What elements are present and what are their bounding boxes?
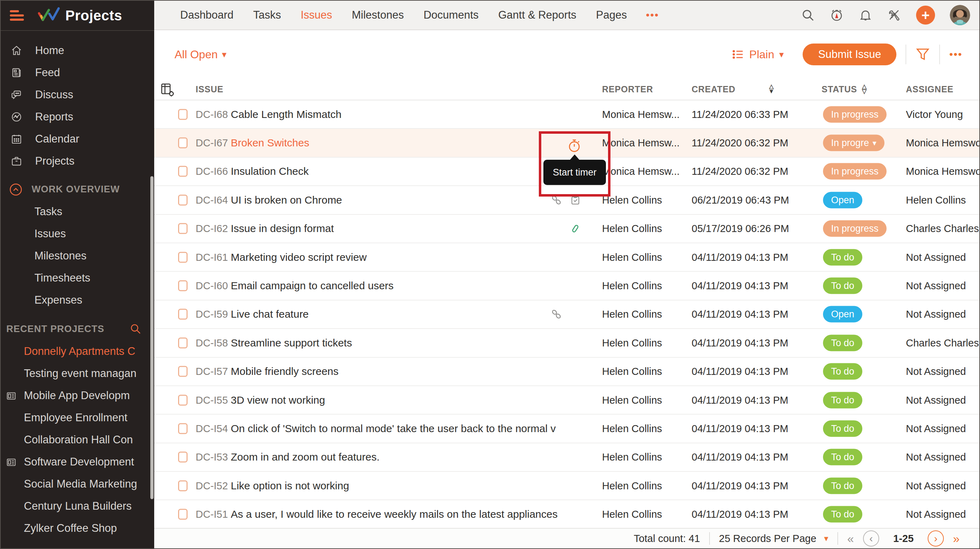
issue-title-link[interactable]: Mobile friendly screens — [231, 365, 339, 378]
sidebar-project-item[interactable]: Mobile App Developm — [1, 384, 154, 406]
row-checkbox[interactable] — [178, 252, 188, 263]
row-checkbox[interactable] — [178, 480, 188, 491]
sidebar-item[interactable]: Feed — [1, 62, 154, 84]
sidebar-project-item[interactable]: Collaboration Hall Con — [1, 428, 154, 451]
sidebar-project-item[interactable]: Donnelly Apartments C — [1, 340, 154, 362]
timer-icon[interactable] — [830, 8, 844, 22]
table-row[interactable]: DC-I59 Live chat feature Helen Collins 0… — [154, 300, 979, 329]
issue-title-link[interactable]: Zoom in and zoom out features. — [231, 451, 380, 463]
row-checkbox[interactable] — [178, 395, 188, 405]
hamburger-menu-icon[interactable] — [10, 10, 26, 21]
column-assignee[interactable]: ASSIGNEE — [906, 78, 954, 100]
status-badge[interactable]: To do — [823, 363, 862, 380]
sidebar-scrollbar[interactable] — [150, 176, 153, 499]
nav-tab[interactable]: Dashboard — [180, 9, 234, 21]
nav-tab[interactable]: Tasks — [253, 9, 281, 21]
issue-title-link[interactable]: Email campaign to cancelled users — [231, 280, 394, 292]
avatar[interactable] — [950, 5, 970, 25]
status-badge[interactable]: To do — [823, 392, 862, 408]
issue-title-link[interactable]: 3D view not working — [231, 394, 325, 406]
row-checkbox[interactable] — [178, 223, 188, 234]
table-row[interactable]: DC-I57 Mobile friendly screens Helen Col… — [154, 358, 979, 386]
row-checkbox[interactable] — [178, 194, 188, 205]
prev-page-icon[interactable]: ‹ — [863, 530, 879, 547]
sidebar-work-item[interactable]: Issues — [1, 222, 154, 245]
green-link-icon[interactable] — [570, 222, 581, 235]
nav-tab[interactable]: Milestones — [352, 9, 404, 21]
status-badge[interactable]: To do — [823, 420, 862, 437]
nav-tab[interactable]: Pages — [596, 9, 627, 21]
sidebar-project-item[interactable]: Testing event managan — [1, 362, 154, 384]
sidebar-item[interactable]: Discuss — [1, 84, 154, 106]
column-issue[interactable]: ISSUE — [196, 78, 223, 100]
table-row[interactable]: DC-I68 Cable Length Mismatch Monica Hems… — [154, 100, 979, 129]
stopwatch-icon[interactable] — [566, 138, 582, 154]
status-badge[interactable]: In progress — [823, 106, 886, 122]
add-icon[interactable]: + — [916, 6, 935, 25]
section-work-overview[interactable]: WORK OVERVIEW — [1, 178, 154, 200]
status-badge[interactable]: To do — [823, 449, 862, 465]
row-checkbox[interactable] — [178, 509, 188, 520]
issue-title-link[interactable]: Broken Switches — [231, 137, 309, 149]
issue-title-link[interactable]: Issue in design format — [231, 222, 334, 235]
row-checkbox[interactable] — [178, 337, 188, 348]
sidebar-item[interactable]: Projects — [1, 150, 154, 172]
submit-issue-button[interactable]: Submit Issue — [803, 43, 896, 65]
nav-tab[interactable]: Documents — [423, 9, 479, 21]
nav-tab[interactable]: Gantt & Reports — [498, 9, 576, 21]
row-checkbox[interactable] — [178, 452, 188, 463]
view-mode-dropdown[interactable]: Plain ▾ — [732, 48, 784, 61]
bell-icon[interactable] — [859, 8, 872, 22]
status-badge[interactable]: To do — [823, 478, 862, 494]
row-checkbox[interactable] — [178, 109, 188, 120]
sidebar-project-item[interactable]: Social Media Marketing — [1, 473, 154, 495]
table-row[interactable]: DC-I62 Issue in design format Helen Coll… — [154, 215, 979, 243]
sort-icon[interactable]: △▽ — [862, 84, 867, 94]
tools-icon[interactable] — [887, 8, 901, 22]
next-page-icon[interactable]: › — [928, 530, 944, 547]
row-checkbox[interactable] — [178, 423, 188, 434]
last-page-icon[interactable]: » — [953, 533, 959, 544]
table-row[interactable]: DC-I60 Email campaign to cancelled users… — [154, 272, 979, 300]
link-icon[interactable] — [550, 308, 562, 320]
search-icon[interactable] — [130, 323, 142, 335]
issue-title-link[interactable]: On click of 'Switch to normal mode' take… — [231, 423, 556, 435]
issue-title-link[interactable]: Insulation Check — [231, 165, 309, 177]
issue-title-link[interactable]: As a user, I would like to receive weekl… — [231, 508, 557, 520]
status-badge[interactable]: To do — [823, 335, 862, 351]
table-row[interactable]: DC-I53 Zoom in and zoom out features. He… — [154, 443, 979, 472]
sidebar-work-item[interactable]: Timesheets — [1, 267, 154, 289]
issue-title-link[interactable]: Streamline support tickets — [231, 337, 352, 349]
filter-icon[interactable] — [915, 47, 930, 62]
row-checkbox[interactable] — [178, 281, 188, 291]
column-status[interactable]: STATUS △▽ — [822, 78, 867, 100]
sidebar-project-item[interactable]: Employee Enrollment — [1, 406, 154, 428]
column-reporter[interactable]: REPORTER — [602, 78, 653, 100]
status-badge[interactable]: Open — [823, 306, 862, 322]
sidebar-work-item[interactable]: Expenses — [1, 289, 154, 311]
table-row[interactable]: DC-I55 3D view not working Helen Collins… — [154, 386, 979, 414]
row-checkbox[interactable] — [178, 166, 188, 177]
issue-title-link[interactable]: Marketing video script review — [231, 251, 367, 263]
status-badge[interactable]: To do — [823, 249, 862, 265]
status-badge[interactable]: To do — [823, 506, 862, 523]
issue-title-link[interactable]: Cable Length Mismatch — [231, 108, 341, 121]
issue-title-link[interactable]: Like option is not working — [231, 480, 349, 492]
row-checkbox[interactable] — [178, 309, 188, 320]
collapse-icon[interactable] — [9, 183, 22, 196]
sidebar-project-item[interactable]: Zylker Coffee Shop — [1, 517, 154, 539]
table-row[interactable]: DC-I51 As a user, I would like to receiv… — [154, 500, 979, 528]
table-row[interactable]: DC-I52 Like option is not working Helen … — [154, 472, 979, 500]
sort-desc-icon[interactable]: △▼ — [768, 84, 775, 94]
issue-title-link[interactable]: UI is broken on Chrome — [231, 194, 342, 206]
sidebar-project-item[interactable]: Software Development — [1, 451, 154, 473]
row-checkbox[interactable] — [178, 366, 188, 377]
nav-tab[interactable]: Issues — [301, 9, 332, 21]
issue-filter-dropdown[interactable]: All Open ▾ — [175, 48, 227, 61]
table-row[interactable]: DC-I61 Marketing video script review Hel… — [154, 243, 979, 272]
table-row[interactable]: DC-I54 On click of 'Switch to normal mod… — [154, 414, 979, 443]
records-per-page-dropdown[interactable]: 25 Records Per Page ▾ — [719, 533, 828, 544]
sidebar-work-item[interactable]: Milestones — [1, 245, 154, 267]
sidebar-work-item[interactable]: Tasks — [1, 200, 154, 222]
status-badge[interactable]: To do — [823, 278, 862, 294]
